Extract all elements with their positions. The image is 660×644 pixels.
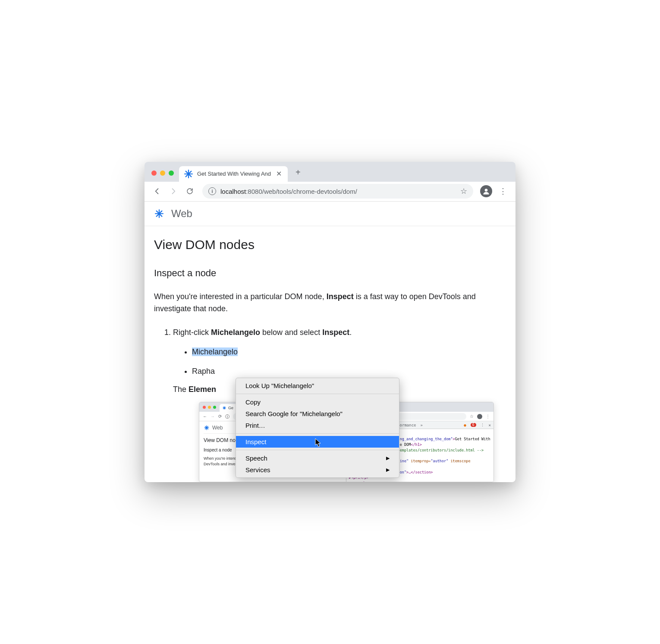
- devtools-close-icon: ✕: [489, 423, 491, 427]
- address-bar[interactable]: i localhost:8080/web/tools/chrome-devtoo…: [202, 184, 473, 199]
- list-item-michelangelo[interactable]: Michelangelo: [192, 346, 506, 358]
- ctx-services[interactable]: Services▶: [236, 464, 399, 476]
- tab-close-button[interactable]: ✕: [274, 170, 283, 178]
- nested-close-icon: [203, 406, 206, 409]
- browser-toolbar: i localhost:8080/web/tools/chrome-devtoo…: [145, 182, 515, 202]
- browser-tab[interactable]: Get Started With Viewing And ✕: [179, 166, 288, 182]
- nested-star-icon: ☆: [470, 414, 474, 419]
- browser-window: Get Started With Viewing And ✕ + i local…: [145, 162, 515, 483]
- back-button[interactable]: [150, 184, 164, 199]
- browser-menu-button[interactable]: ⋮: [496, 186, 510, 196]
- heading-view-dom-nodes: View DOM nodes: [154, 237, 506, 252]
- ctx-print[interactable]: Print…: [236, 420, 399, 431]
- ctx-separator: [236, 433, 399, 434]
- nested-minimize-icon: [208, 406, 211, 409]
- nested-avatar-icon: [477, 414, 482, 419]
- context-menu: Look Up "Michelangelo" Copy Search Googl…: [236, 378, 399, 478]
- list-item-raphael[interactable]: Rapha: [192, 366, 506, 377]
- submenu-arrow-icon: ▶: [386, 467, 390, 473]
- devtools-error-count: 6: [471, 423, 476, 427]
- page-header-title: Web: [171, 208, 192, 220]
- minimize-window-button[interactable]: [160, 170, 165, 176]
- ctx-separator: [236, 394, 399, 394]
- devtools-settings-icon: ⋮: [481, 423, 484, 427]
- window-controls: [150, 170, 179, 182]
- tab-title: Get Started With Viewing And: [197, 170, 271, 177]
- tab-bar: Get Started With Viewing And ✕ +: [145, 162, 515, 182]
- devtools-warning-icon: ●: [464, 423, 466, 427]
- bookmark-star-icon[interactable]: ☆: [460, 186, 467, 196]
- step-1: Right-click Michelangelo below and selec…: [173, 327, 506, 377]
- close-window-button[interactable]: [151, 170, 157, 176]
- maximize-window-button[interactable]: [169, 170, 174, 176]
- nested-logo-icon: [204, 425, 210, 431]
- new-tab-button[interactable]: +: [288, 167, 301, 182]
- url-text: localhost:8080/web/tools/chrome-devtools…: [220, 188, 456, 195]
- ctx-separator: [236, 450, 399, 450]
- submenu-arrow-icon: ▶: [386, 455, 390, 461]
- nested-menu-icon: ⋮: [486, 414, 490, 419]
- forward-button[interactable]: [166, 184, 181, 199]
- ctx-inspect[interactable]: Inspect: [236, 436, 399, 448]
- nested-maximize-icon: [213, 406, 216, 409]
- ctx-lookup[interactable]: Look Up "Michelangelo": [236, 380, 399, 391]
- tab-favicon-icon: [183, 169, 194, 179]
- svg-point-0: [485, 189, 488, 192]
- ctx-speech[interactable]: Speech▶: [236, 452, 399, 464]
- site-logo-icon: [154, 208, 164, 219]
- heading-inspect-a-node: Inspect a node: [154, 268, 506, 279]
- profile-avatar-button[interactable]: [480, 185, 492, 197]
- ctx-copy[interactable]: Copy: [236, 396, 399, 408]
- ctx-search-google[interactable]: Search Google for "Michelangelo": [236, 408, 399, 420]
- nested-favicon-icon: [222, 406, 226, 410]
- page-header: Web: [145, 202, 515, 226]
- reload-button[interactable]: [182, 184, 197, 199]
- intro-paragraph: When you're interested in a particular D…: [154, 291, 506, 315]
- site-info-icon[interactable]: i: [208, 187, 216, 195]
